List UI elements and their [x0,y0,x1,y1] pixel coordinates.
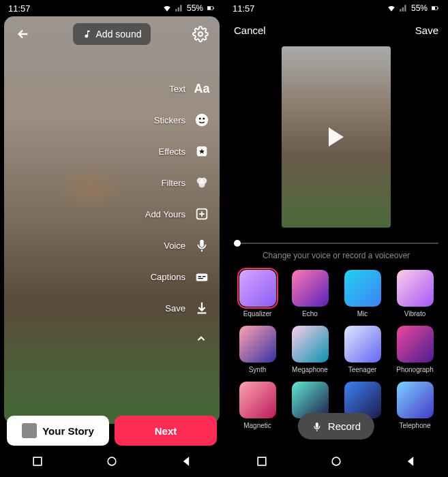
effect-label: Equalizer [243,310,272,318]
svg-point-6 [203,118,205,120]
tool-effects[interactable]: Effects [145,142,211,161]
tool-text[interactable]: Text Aa [145,79,211,98]
effect-megaphone[interactable]: Megaphone [286,326,333,373]
collapse-tools-button[interactable] [145,333,211,345]
svg-point-3 [198,32,203,36]
svg-rect-2 [213,7,214,9]
play-icon [329,127,344,147]
svg-rect-21 [438,7,438,9]
effect-mic[interactable]: Mic [339,270,386,318]
tool-voice[interactable]: Voice [145,236,211,255]
nav-recents[interactable] [255,455,269,471]
filters-icon [192,173,211,192]
effect-icon [344,270,381,307]
timeline-scrubber[interactable] [234,243,438,244]
battery-icon [430,3,440,13]
effect-phonograph[interactable]: Phonograph [391,326,438,373]
signal-icon [399,3,408,13]
hint-text: Change your voice or record a voiceover [224,251,448,260]
settings-button[interactable] [190,23,211,45]
nav-home[interactable] [105,455,119,471]
effect-label: Phonograph [396,366,434,373]
download-icon [192,298,211,318]
add-sound-button[interactable]: Add sound [73,23,151,45]
effect-icon [292,270,329,307]
captions-icon [192,267,211,286]
effect-label: Echo [302,310,318,318]
status-bar: 11:57 55% [0,0,224,16]
tool-add-yours[interactable]: Add Yours [145,204,211,224]
status-bar: 11:57 55% [224,0,448,16]
chevron-up-icon [195,333,207,345]
svg-point-4 [196,114,208,126]
video-preview[interactable] [282,46,391,228]
svg-rect-20 [432,7,435,10]
svg-point-5 [199,118,201,120]
nav-home[interactable] [329,455,343,471]
effect-synth[interactable]: Synth [234,326,281,373]
svg-point-18 [108,457,116,465]
mic-icon [192,236,211,255]
effect-label: Magnetic [243,422,271,429]
effect-icon [239,270,276,307]
effect-icon [239,326,276,363]
effect-label: Telephone [399,422,430,429]
back-button[interactable] [12,23,34,45]
effect-magnetic[interactable]: Magnetic [234,382,281,429]
gear-icon [192,26,209,42]
svg-point-10 [198,181,205,187]
effect-label: Mic [357,310,368,318]
effect-label: Vibrato [404,310,426,318]
effect-teenager[interactable]: Teenager [339,326,386,373]
next-button[interactable]: Next [115,416,217,446]
wifi-icon [387,3,396,13]
svg-rect-14 [198,276,202,277]
svg-rect-17 [33,457,42,465]
story-thumbnail [22,423,37,438]
video-canvas: Add sound Text Aa Stickers Effects Filte… [4,16,220,424]
effect-icon [292,326,329,363]
effect-icon [344,326,381,363]
svg-point-24 [332,457,340,465]
nav-back[interactable] [179,455,193,471]
effect-vibrato[interactable]: Vibrato [391,270,438,318]
voice-effects-grid: EqualizerEchoMicVibratoSynthMegaphoneTee… [224,270,448,429]
effect-telephone[interactable]: Telephone [391,382,438,429]
side-tools: Text Aa Stickers Effects Filters Add You… [145,79,211,345]
tool-captions[interactable]: Captions [145,267,211,286]
effect-equalizer[interactable]: Equalizer [234,270,281,318]
your-story-button[interactable]: Your Story [7,416,109,446]
wifi-icon [162,3,172,13]
svg-rect-16 [198,278,203,279]
editor-screen: 11:57 55% Add sound Text Aa [0,0,224,477]
tool-save[interactable]: Save [145,298,211,318]
effects-icon [192,142,211,161]
effect-icon [239,382,276,418]
effect-echo[interactable]: Echo [286,270,333,318]
svg-rect-23 [258,457,266,465]
tool-stickers[interactable]: Stickers [145,110,211,129]
battery-icon [206,3,215,13]
cancel-button[interactable]: Cancel [234,25,266,36]
nav-recents[interactable] [31,455,44,471]
plus-box-icon [192,204,211,224]
effect-icon [397,326,434,363]
svg-rect-1 [207,7,211,10]
mic-icon [312,421,323,432]
android-nav-bar [0,448,224,477]
status-time: 11:57 [233,3,255,14]
signal-icon [175,3,184,13]
effect-icon [397,382,434,418]
effect-label: Megaphone [292,366,328,373]
music-note-icon [83,29,92,39]
tool-filters[interactable]: Filters [145,173,211,192]
record-button[interactable]: Record [298,413,374,440]
battery-text: 55% [411,3,428,13]
svg-rect-12 [200,240,204,247]
effect-icon [397,270,434,307]
effect-label: Teenager [348,366,377,373]
nav-back[interactable] [404,455,417,471]
svg-rect-13 [196,273,208,281]
effect-label: Synth [249,366,267,373]
save-button[interactable]: Save [415,25,438,36]
